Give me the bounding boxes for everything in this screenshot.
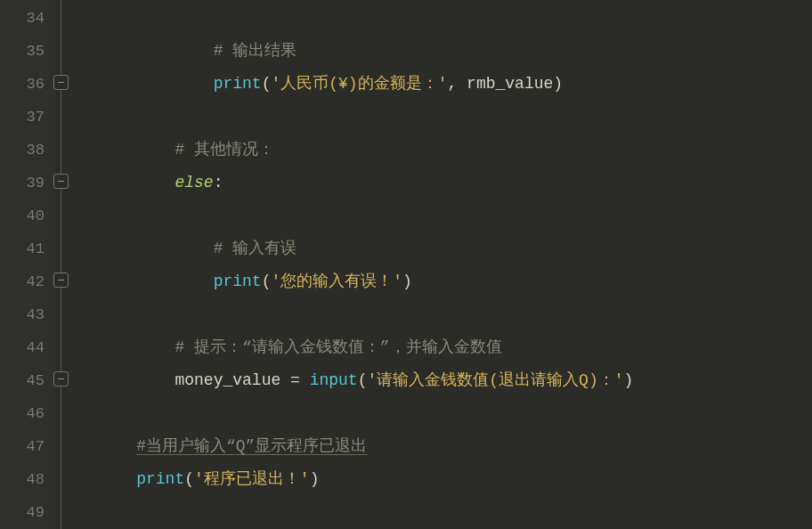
code-line[interactable]: # 其他情况： <box>98 134 812 167</box>
fold-toggle-icon[interactable] <box>53 75 69 90</box>
code-line[interactable] <box>98 2 812 35</box>
line-number: 35 <box>0 35 45 68</box>
indent <box>98 141 175 159</box>
string-token: '请输入金钱数值(退出请输入Q)：' <box>367 371 623 389</box>
code-line[interactable]: print('人民币(¥)的金额是：', rmb_value) <box>98 68 812 101</box>
line-number: 47 <box>0 430 45 463</box>
line-number: 34 <box>0 2 45 35</box>
keyword-token: else <box>175 174 213 191</box>
code-area[interactable]: # 输出结果 print('人民币(¥)的金额是：', rmb_value) #… <box>94 0 812 529</box>
line-number: 43 <box>0 298 45 331</box>
line-number: 44 <box>0 331 45 364</box>
line-number: 37 <box>0 101 45 134</box>
code-line[interactable]: # 输入有误 <box>98 232 812 265</box>
fold-toggle-icon[interactable] <box>53 273 69 288</box>
paren-token: ( <box>262 273 272 290</box>
indent <box>98 174 175 191</box>
line-number: 38 <box>0 134 45 167</box>
code-line[interactable] <box>98 199 812 232</box>
function-token: print <box>214 75 262 93</box>
identifier-token: rmb_value <box>467 75 553 93</box>
indent <box>98 371 175 389</box>
function-token: input <box>310 371 358 389</box>
code-line[interactable]: money_value = input('请输入金钱数值(退出请输入Q)：') <box>98 364 812 397</box>
equals-token: = <box>280 371 309 389</box>
paren-token: ) <box>402 273 412 290</box>
fold-column <box>55 0 94 529</box>
indent <box>98 273 214 290</box>
line-number: 40 <box>0 199 45 232</box>
comment-token: # 输出结果 <box>214 42 297 60</box>
code-line[interactable] <box>98 496 812 529</box>
paren-token: ( <box>262 75 272 93</box>
code-line[interactable] <box>98 397 812 430</box>
fold-toggle-icon[interactable] <box>53 174 69 189</box>
code-line[interactable]: # 提示：“请输入金钱数值：”，并输入金数值 <box>98 331 812 364</box>
colon-token: : <box>214 174 223 191</box>
indent <box>98 437 136 455</box>
indent <box>98 75 214 93</box>
string-token: '您的输入有误！' <box>271 273 402 290</box>
paren-token: ) <box>310 470 320 488</box>
indent <box>98 470 136 488</box>
code-line[interactable] <box>98 101 812 134</box>
code-line[interactable]: # 输出结果 <box>98 35 812 68</box>
function-token: print <box>136 470 184 488</box>
string-token: '程序已退出！' <box>194 470 310 488</box>
code-line[interactable] <box>98 298 812 331</box>
comma-token: , <box>447 75 467 93</box>
paren-token: ( <box>184 470 194 488</box>
identifier-token: money_value <box>175 371 280 389</box>
comment-token: # 其他情况： <box>175 141 274 159</box>
function-token: print <box>214 273 262 290</box>
paren-token: ) <box>553 75 563 93</box>
comment-token: #当用户输入“Q”显示程序已退出 <box>136 437 367 455</box>
line-number: 39 <box>0 167 45 199</box>
fold-toggle-icon[interactable] <box>53 371 69 387</box>
line-number: 42 <box>0 265 45 298</box>
line-number: 48 <box>0 463 45 496</box>
comment-token: # 输入有误 <box>214 240 297 257</box>
line-number: 46 <box>0 397 45 430</box>
paren-token: ) <box>624 371 634 389</box>
line-number: 36 <box>0 68 45 101</box>
indent <box>98 240 214 257</box>
indent <box>98 42 214 60</box>
code-editor[interactable]: 34 35 36 37 38 39 40 41 42 43 44 45 46 4… <box>0 0 812 529</box>
code-line[interactable]: print('您的输入有误！') <box>98 265 812 298</box>
code-line[interactable]: else: <box>98 167 812 199</box>
code-line[interactable]: print('程序已退出！') <box>98 463 812 496</box>
line-number: 49 <box>0 496 45 529</box>
line-number: 41 <box>0 232 45 265</box>
paren-token: ( <box>358 371 368 389</box>
line-number-gutter: 34 35 36 37 38 39 40 41 42 43 44 45 46 4… <box>0 0 55 529</box>
code-line[interactable]: #当用户输入“Q”显示程序已退出 <box>98 430 812 463</box>
string-token: '人民币(¥)的金额是：' <box>271 75 447 93</box>
indent <box>98 338 175 356</box>
line-number: 45 <box>0 364 45 397</box>
comment-token: # 提示：“请输入金钱数值：”，并输入金数值 <box>175 338 501 356</box>
